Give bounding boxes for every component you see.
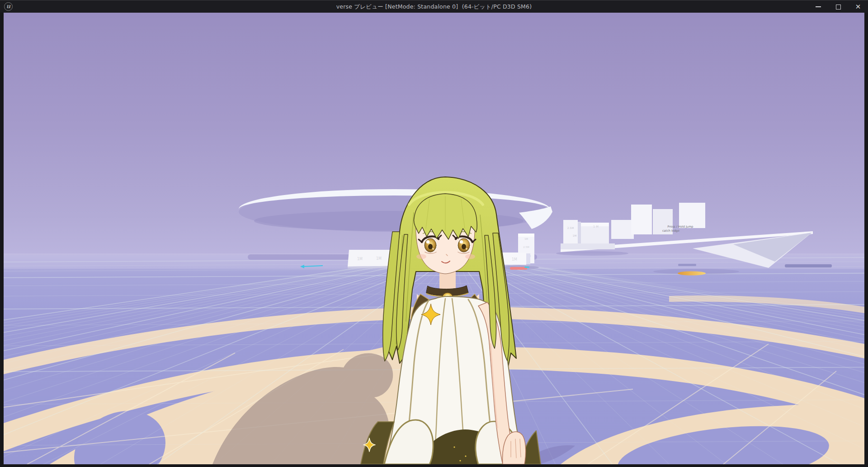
window-controls: ✕ [814,0,863,13]
ledge-sign-line1: Press / Hold Jump [668,225,693,229]
far-cluster-label-c: 1 M [593,225,599,229]
maximize-icon [836,5,841,10]
game-viewport[interactable]: 2.5M 1M 1 M Press / Hold Jump catch ledg… [4,13,864,464]
blush-right [465,254,475,259]
close-icon: ✕ [855,4,861,10]
tower-label-mid: 2.5M [523,246,529,248]
far-cluster-label-b: 1M [573,234,577,237]
minimize-icon [816,6,821,7]
window-title: verse プレビュー [NetMode: Standalone 0] (64-… [0,0,868,13]
tower-label-front: 1M [512,257,517,262]
close-button[interactable]: ✕ [854,2,863,11]
tower-label-top: 1M [524,238,528,240]
app-window: u verse プレビュー [NetMode: Standalone 0] (6… [0,0,868,467]
orange-prop [678,272,706,276]
red-capsule-gizmo [510,267,529,270]
measure-bar-label-2: 1M [376,257,382,261]
blush-left [416,254,426,259]
measure-bar-label-1: 1M [357,257,363,261]
far-cluster-label-a: 2.5M [567,226,574,229]
window-titlebar: u verse プレビュー [NetMode: Standalone 0] (6… [0,0,868,13]
maximize-button[interactable] [834,2,843,11]
ledge-sign-line2: catch ledge [662,229,679,233]
distant-shadow-dash [785,264,832,267]
minimize-button[interactable] [814,2,823,11]
